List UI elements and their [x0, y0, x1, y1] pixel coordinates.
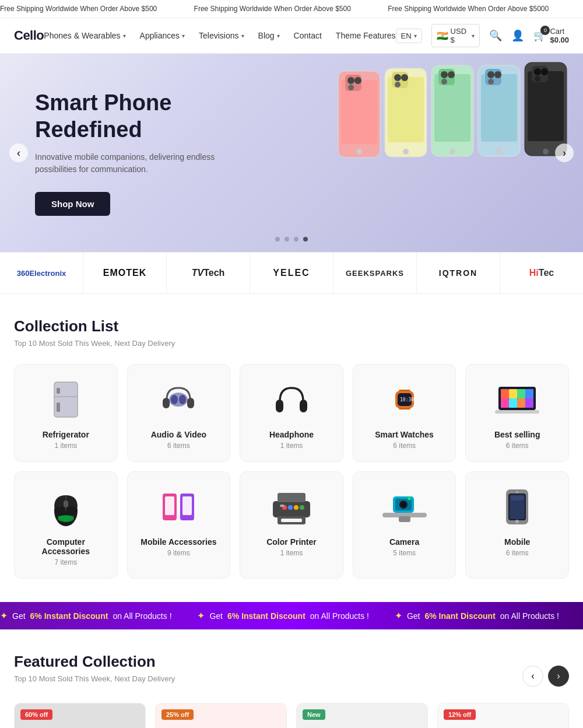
ticker-item: Free Shipping Worldwide When Order Above… [0, 5, 157, 13]
chevron-down-icon: ▾ [182, 33, 185, 39]
svg-text:10:30: 10:30 [400, 397, 414, 402]
brand-geeksparks[interactable]: GEEKSPARKS [333, 253, 417, 293]
product-card-earbuds[interactable]: 25% off Earbuds Case $29.99 [155, 703, 287, 728]
collection-item-count: 1 items [54, 442, 77, 450]
svg-rect-53 [501, 389, 509, 398]
logo: Cello [14, 28, 44, 43]
currency-selector[interactable]: 🇮🇳 USD $ ▾ [431, 24, 480, 47]
collection-item-count: 5 items [393, 549, 416, 557]
product-badge: New [303, 709, 325, 720]
brand-tvtech[interactable]: TVTech [167, 253, 250, 293]
svg-point-33 [541, 68, 548, 75]
collection-camera[interactable]: Camera 5 items [353, 471, 456, 579]
laptop-icon [494, 376, 540, 423]
discount-banner: ✦ Get 6% Instant Discount on All Product… [0, 602, 583, 629]
svg-rect-58 [509, 398, 517, 408]
svg-point-16 [449, 149, 455, 155]
collection-best-selling[interactable]: Best selling 6 items [465, 364, 569, 462]
airpods-svg [474, 724, 532, 728]
hero-title: Smart Phone Redefined [35, 90, 257, 143]
collection-mobile-accessories[interactable]: Mobile Accessories 9 items [127, 471, 231, 579]
svg-point-9 [403, 149, 409, 155]
nav-contact[interactable]: Contact [294, 31, 322, 40]
collection-subtitle: Top 10 Most Sold This Week, Next Day Del… [14, 339, 569, 348]
svg-point-89 [515, 520, 519, 523]
brand-logo: YELEC [273, 268, 310, 278]
featured-next-button[interactable]: › [548, 666, 569, 687]
brand-logo: TVTech [192, 268, 225, 278]
svg-point-13 [395, 82, 401, 88]
brand-iqtron[interactable]: IQTRON [417, 253, 500, 293]
collection-audio-video[interactable]: Audio & Video 6 items [127, 364, 231, 462]
nav-televisions[interactable]: Televisions ▾ [199, 31, 244, 40]
collection-headphone[interactable]: Headphone 1 items [240, 364, 343, 462]
shop-now-button[interactable]: Shop Now [35, 192, 110, 216]
brand-hitec[interactable]: HiTec [500, 253, 583, 293]
star-icon: ✦ [0, 610, 8, 621]
featured-prev-button[interactable]: ‹ [522, 666, 543, 687]
product-card-airpods[interactable]: 12% off TWS Earbuds [437, 703, 569, 728]
collection-item-count: 1 items [280, 549, 303, 557]
user-icon[interactable]: 👤 [511, 29, 524, 42]
speaker-svg [51, 724, 109, 728]
product-card-headphones[interactable]: New Wireless Headphones $89.99 [296, 703, 428, 728]
printer-svg [268, 488, 315, 526]
svg-point-34 [535, 76, 540, 82]
hero-dot-4[interactable] [303, 237, 308, 242]
language-selector[interactable]: EN ▾ [396, 29, 422, 43]
earbuds-case-svg [192, 724, 250, 728]
svg-point-26 [494, 71, 501, 78]
svg-point-11 [394, 74, 401, 81]
collection-item-name: Smart Watches [375, 430, 434, 439]
collection-section: Collection List Top 10 Most Sold This We… [0, 294, 583, 602]
nav-theme-features[interactable]: Theme Features [336, 31, 396, 40]
mouse-icon [43, 484, 89, 530]
collection-item-name: Color Printer [266, 537, 317, 547]
brand-emotek[interactable]: EMOTEK [83, 253, 167, 293]
chevron-down-icon: ▾ [241, 33, 244, 39]
nav-blog[interactable]: Blog ▾ [258, 31, 280, 40]
mobile-acc-svg [158, 487, 199, 527]
header: Cello Phones & Wearables ▾ Appliances ▾ … [0, 18, 583, 54]
hero-subtitle: Innovative mobile companions, delivering… [35, 151, 257, 176]
featured-title: Featured Collection [14, 653, 175, 671]
hero-dot-3[interactable] [294, 237, 298, 242]
brands-bar: 360Electronix EMOTEK TVTech YELEC GEEKSP… [0, 252, 583, 294]
nav-phones[interactable]: Phones & Wearables ▾ [44, 31, 125, 40]
hero-next-button[interactable]: › [555, 144, 574, 162]
featured-subtitle: Top 10 Most Sold This Week, Next Day Del… [14, 674, 175, 683]
svg-point-20 [441, 79, 447, 85]
discount-inner: ✦ Get 6% Instant Discount on All Product… [0, 610, 583, 621]
search-icon[interactable]: 🔍 [489, 29, 502, 42]
collection-item-name: Computer Accessories [24, 537, 108, 556]
flag-icon: 🇮🇳 [437, 30, 448, 41]
collection-item-name: Best selling [494, 430, 540, 439]
mobile-icon [494, 484, 540, 530]
cart-badge: 0 [540, 26, 550, 35]
watch-svg: 10:30 [387, 379, 422, 420]
brand-yelec[interactable]: YELEC [250, 253, 333, 293]
svg-point-19 [448, 71, 455, 78]
hero-image [303, 54, 583, 252]
brand-logo: 360Electronix [17, 269, 66, 278]
mouse-svg [48, 487, 83, 527]
product-badge: 60% off [20, 709, 52, 720]
product-badge: 12% off [444, 709, 476, 720]
brand-360electronix[interactable]: 360Electronix [0, 253, 83, 293]
collection-item-count: 6 items [506, 442, 529, 450]
svg-rect-59 [517, 398, 525, 408]
collection-computer-accessories[interactable]: Computer Accessories 7 items [14, 471, 118, 579]
svg-point-23 [496, 149, 502, 155]
svg-point-30 [543, 149, 549, 155]
product-card-speaker[interactable]: 60% off Bluetooth Speaker $49.99 [14, 703, 146, 728]
collection-mobile[interactable]: Mobile 6 items [465, 471, 569, 579]
collection-smart-watches[interactable]: 10:30 Smart Watches 6 items [353, 364, 456, 462]
collection-refrigerator[interactable]: Refrigerator 1 items [14, 364, 118, 462]
nav-appliances[interactable]: Appliances ▾ [140, 31, 185, 40]
cart-button[interactable]: 🛒 0 Cart $0.00 [533, 27, 569, 44]
svg-point-75 [288, 505, 293, 510]
featured-section: Featured Collection Top 10 Most Sold Thi… [0, 629, 583, 728]
svg-rect-78 [280, 505, 285, 507]
collection-color-printer[interactable]: Color Printer 1 items [240, 471, 343, 579]
cart-amount: $0.00 [550, 36, 569, 44]
